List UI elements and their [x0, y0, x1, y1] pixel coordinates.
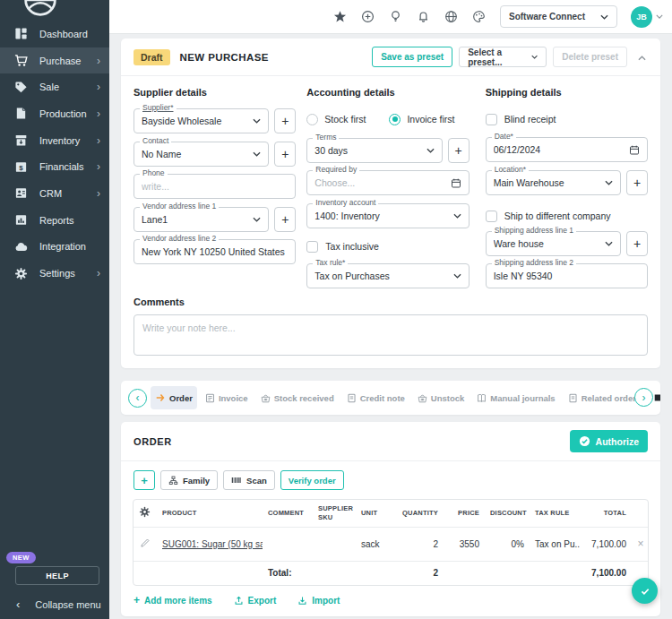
- tax-rule-select[interactable]: Tax rule* Tax on Purchases: [306, 263, 469, 288]
- invoice-first-radio[interactable]: Invoice first: [389, 114, 454, 125]
- tab-stock-received[interactable]: Stock received: [256, 386, 339, 409]
- phone-input[interactable]: [142, 181, 288, 192]
- main-content: Draft NEW PURCHASE Save as preset Select…: [109, 34, 672, 619]
- sidebar-item-dashboard[interactable]: Dashboard: [0, 21, 109, 47]
- favorites-button[interactable]: [333, 10, 348, 24]
- edit-row-button[interactable]: [140, 537, 151, 551]
- terms-select[interactable]: Terms 30 days: [306, 138, 442, 163]
- chevron-down-icon: [453, 213, 461, 219]
- sidebar-item-settings[interactable]: Settings ›: [0, 260, 109, 287]
- add-supplier-button[interactable]: +: [274, 108, 296, 133]
- tabs-scroll-right-button[interactable]: ›: [634, 388, 653, 407]
- date-label: Date*: [492, 132, 516, 141]
- table-row: SUG001: Sugar (50 kg sa... sack 2 3550 0…: [134, 527, 649, 561]
- verify-order-button[interactable]: Verify order: [280, 470, 344, 490]
- chevron-down-icon: [656, 14, 663, 19]
- add-more-items-button[interactable]: + Add more items: [134, 594, 212, 606]
- theme-button[interactable]: [472, 10, 487, 24]
- tax-inclusive-checkbox[interactable]: Tax inclusive: [306, 240, 469, 253]
- add-shipping-address-button[interactable]: +: [626, 231, 648, 256]
- location-select[interactable]: Location* Main Warehouse: [486, 170, 621, 195]
- remove-row-icon[interactable]: ×: [637, 537, 643, 550]
- blind-receipt-checkbox[interactable]: Blind receipt: [486, 113, 648, 125]
- add-contact-button[interactable]: +: [274, 142, 296, 167]
- create-button[interactable]: [361, 10, 375, 24]
- sidebar-item-reports[interactable]: Reports: [0, 207, 109, 234]
- calendar-icon: [451, 177, 461, 189]
- import-button[interactable]: Import: [297, 596, 340, 606]
- language-button[interactable]: [444, 10, 459, 24]
- supplier-details-heading: Supplier details: [134, 87, 296, 99]
- workspace-select[interactable]: Software Connect: [500, 5, 617, 28]
- sidebar-item-financials[interactable]: $ Financials ›: [0, 153, 109, 180]
- contact-select[interactable]: Contact No Name: [134, 142, 269, 167]
- chevron-down-icon: [253, 217, 261, 222]
- col-header-product: PRODUCT: [157, 500, 263, 527]
- ship-to-different-checkbox[interactable]: Ship to different company: [486, 210, 648, 222]
- chevron-down-icon: [426, 148, 435, 153]
- confirm-fab-button[interactable]: [632, 578, 658, 604]
- sidebar-item-purchase[interactable]: Purchase ›: [0, 47, 109, 74]
- tab-order[interactable]: Order: [151, 386, 197, 409]
- date-value: 06/12/2024: [494, 144, 625, 155]
- sidebar-item-sale[interactable]: Sale ›: [0, 73, 109, 100]
- vendor-address2-field[interactable]: Vendor address line 2 New York NY 10250 …: [134, 239, 296, 264]
- tab-related-orders[interactable]: Related orders: [564, 386, 646, 409]
- phone-field[interactable]: Phone: [134, 174, 296, 199]
- plus-icon: +: [134, 594, 140, 606]
- supplier-select[interactable]: Supplier* Bayside Wholesale: [134, 108, 269, 133]
- cell-unit: sack: [356, 527, 393, 561]
- col-header-price: PRICE: [444, 500, 485, 527]
- shipping-address1-select[interactable]: Shipping address line 1 Ware house: [486, 231, 621, 256]
- add-item-button[interactable]: +: [134, 470, 155, 490]
- required-by-field[interactable]: Required by Choose...: [306, 170, 469, 195]
- collapse-section-button[interactable]: [636, 50, 648, 64]
- whats-new-button[interactable]: [389, 10, 403, 24]
- notifications-button[interactable]: [417, 10, 431, 24]
- barcode-icon: [231, 476, 242, 485]
- sidebar-item-integration[interactable]: Integration: [0, 234, 109, 261]
- collapse-menu-button[interactable]: ‹ Collapse menu: [0, 598, 109, 611]
- tabs-scroll-left-button[interactable]: ‹: [128, 389, 147, 408]
- tab-credit-note[interactable]: Credit note: [342, 386, 409, 409]
- chevron-right-icon: ›: [97, 135, 100, 146]
- authorize-button[interactable]: Authorize: [570, 430, 648, 452]
- save-as-preset-button[interactable]: Save as preset: [372, 47, 452, 67]
- user-menu[interactable]: JB: [631, 6, 663, 28]
- export-button[interactable]: Export: [234, 596, 277, 606]
- integration-icon: [14, 240, 28, 254]
- sidebar-item-crm[interactable]: CRM ›: [0, 180, 109, 207]
- topbar: Software Connect JB: [109, 0, 672, 34]
- vendor-address1-select[interactable]: Vendor address line 1 Lane1: [134, 207, 269, 232]
- add-vendor-address-button[interactable]: +: [274, 207, 296, 232]
- delete-preset-button[interactable]: Delete preset: [553, 47, 627, 67]
- tab-invoice[interactable]: Invoice: [201, 386, 253, 409]
- export-icon: [234, 596, 244, 606]
- sidebar-item-production[interactable]: Production ›: [0, 100, 109, 127]
- comments-textarea[interactable]: [134, 314, 648, 356]
- column-settings-button[interactable]: [139, 506, 151, 520]
- date-field[interactable]: Date* 06/12/2024: [486, 137, 648, 162]
- add-terms-button[interactable]: +: [448, 138, 470, 163]
- location-value: Main Warehouse: [494, 177, 601, 188]
- add-location-button[interactable]: +: [626, 170, 648, 195]
- shipping-address2-field[interactable]: Shipping address line 2 Isle NY 95340: [486, 263, 648, 288]
- chevron-right-icon: ›: [97, 161, 100, 172]
- inventory-icon: [14, 133, 28, 147]
- preset-select[interactable]: Select a preset...: [459, 47, 547, 67]
- scan-button[interactable]: Scan: [223, 470, 275, 490]
- order-footer: + Add more items Export Import: [121, 586, 660, 616]
- vendor-address1-value: Lane1: [142, 214, 249, 225]
- svg-text:$: $: [19, 163, 23, 171]
- cell-supplier-sku: [313, 527, 356, 561]
- sidebar-item-inventory[interactable]: Inventory ›: [0, 127, 109, 154]
- product-link[interactable]: SUG001: Sugar (50 kg sa...: [162, 539, 263, 549]
- family-button[interactable]: Family: [160, 470, 218, 490]
- shipping-address2-value: Isle NY 95340: [494, 271, 640, 281]
- help-button[interactable]: HELP: [15, 566, 99, 585]
- inventory-account-select[interactable]: Inventory account 1400: Inventory: [306, 203, 469, 228]
- tab-unstock[interactable]: Unstock: [413, 386, 469, 409]
- stock-first-radio[interactable]: Stock first: [306, 114, 366, 125]
- tab-manual-journals[interactable]: Manual journals: [472, 386, 559, 409]
- reports-icon: [14, 213, 28, 227]
